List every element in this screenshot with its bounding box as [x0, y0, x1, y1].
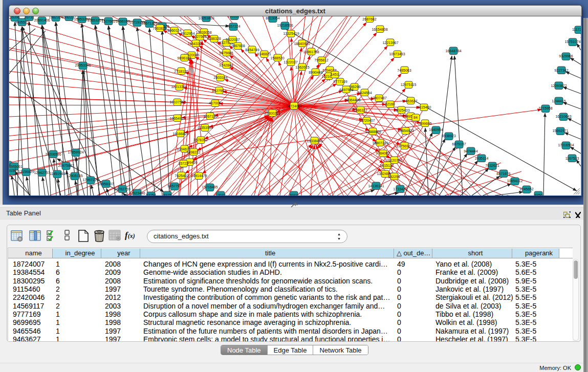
svg-text:29053346: 29053346	[75, 63, 91, 67]
svg-text:16782759: 16782759	[114, 187, 130, 191]
svg-text:2867608: 2867608	[231, 44, 245, 48]
svg-text:10107553: 10107553	[169, 100, 185, 104]
svg-text:9405571: 9405571	[15, 20, 29, 24]
svg-text:9474444: 9474444	[464, 149, 477, 153]
svg-text:9498222: 9498222	[186, 150, 200, 154]
svg-text:93754: 93754	[146, 193, 156, 195]
svg-text:3267130: 3267130	[203, 115, 217, 118]
svg-text:19756923: 19756923	[396, 144, 412, 148]
svg-text:9227342: 9227342	[554, 69, 568, 72]
svg-text:19338454: 19338454	[307, 139, 322, 143]
svg-text:12093872: 12093872	[551, 84, 567, 87]
svg-text:8454749: 8454749	[245, 48, 259, 52]
svg-text:7625402: 7625402	[175, 174, 188, 178]
svg-text:12032: 12032	[215, 193, 226, 195]
svg-text:1117263: 1117263	[572, 28, 581, 31]
svg-text:18807249: 18807249	[372, 141, 388, 145]
svg-text:10025433: 10025433	[394, 108, 409, 112]
svg-text:9350: 9350	[534, 193, 542, 195]
svg-text:10654112: 10654112	[507, 179, 523, 183]
svg-text:1167533: 1167533	[565, 157, 579, 160]
svg-text:7357224: 7357224	[226, 25, 240, 28]
svg-text:7485063: 7485063	[397, 69, 411, 72]
svg-text:19218506: 19218506	[277, 24, 293, 27]
svg-text:16210643: 16210643	[555, 115, 571, 118]
svg-text:9327505: 9327505	[192, 35, 206, 38]
svg-text:15751074: 15751074	[564, 40, 580, 43]
svg-text:6466160: 6466160	[116, 19, 129, 23]
svg-text:12905135: 12905135	[67, 174, 82, 178]
svg-text:3624554: 3624554	[358, 91, 372, 95]
svg-text:14914479: 14914479	[191, 174, 207, 178]
svg-text:8990448: 8990448	[309, 71, 322, 74]
svg-text:8186328: 8186328	[207, 37, 221, 40]
svg-text:5875685: 5875685	[219, 51, 233, 55]
svg-text:9457791: 9457791	[167, 184, 181, 188]
svg-text:25300203: 25300203	[264, 112, 280, 115]
svg-text:10053809: 10053809	[198, 16, 214, 20]
svg-text:9777169: 9777169	[333, 80, 347, 83]
svg-text:16154808: 16154808	[372, 28, 387, 31]
svg-text:9242848: 9242848	[219, 63, 233, 67]
svg-text:20206586: 20206586	[45, 152, 61, 156]
svg-text:19166829: 19166829	[172, 132, 188, 136]
svg-text:11353594: 11353594	[198, 126, 213, 129]
svg-text:0899695: 0899695	[418, 122, 431, 125]
svg-text:12923446: 12923446	[129, 191, 145, 195]
svg-text:8471676: 8471676	[496, 172, 510, 176]
svg-text:1451: 1451	[331, 73, 339, 76]
svg-text:1733426: 1733426	[393, 187, 407, 191]
svg-text:252254: 252254	[388, 175, 400, 179]
svg-text:10653267: 10653267	[87, 18, 103, 22]
svg-text:20364436: 20364436	[344, 98, 360, 102]
svg-text:14136141: 14136141	[368, 184, 384, 188]
svg-text:11451944: 11451944	[50, 172, 66, 176]
svg-text:16961758: 16961758	[303, 50, 319, 54]
svg-text:8813054: 8813054	[266, 16, 279, 20]
svg-text:15692971: 15692971	[552, 129, 568, 133]
svg-text:20691406: 20691406	[34, 18, 50, 22]
svg-text:417006: 417006	[209, 101, 221, 105]
svg-text:18724007: 18724007	[286, 104, 302, 108]
svg-text:8427552: 8427552	[212, 89, 226, 93]
svg-text:19654923: 19654923	[398, 129, 413, 133]
svg-text:2803144: 2803144	[213, 76, 227, 79]
svg-text:8938923: 8938923	[442, 134, 455, 138]
svg-text:1982314: 1982314	[49, 16, 62, 19]
svg-text:2687682: 2687682	[362, 17, 376, 21]
svg-text:3578352: 3578352	[193, 138, 207, 142]
svg-text:8960124: 8960124	[167, 29, 181, 32]
svg-text:12213369: 12213369	[171, 85, 187, 89]
svg-text:1588520: 1588520	[270, 56, 284, 60]
svg-text:62160: 62160	[385, 102, 395, 106]
svg-text:15716485: 15716485	[202, 185, 217, 189]
svg-text:1640954: 1640954	[429, 128, 443, 132]
svg-text:9146821: 9146821	[257, 52, 271, 56]
svg-text:10688609: 10688609	[365, 130, 381, 134]
svg-text:3215958: 3215958	[538, 106, 552, 110]
svg-text:9245652: 9245652	[519, 187, 533, 191]
svg-text:7986322: 7986322	[353, 108, 367, 112]
svg-text:9463627: 9463627	[403, 99, 417, 103]
svg-text:1322037: 1322037	[284, 60, 297, 64]
svg-text:17859924: 17859924	[68, 150, 83, 154]
svg-text:7632621: 7632621	[485, 164, 499, 167]
svg-text:7955812: 7955812	[314, 58, 328, 62]
svg-text:12942757: 12942757	[34, 171, 50, 174]
svg-text:7663822: 7663822	[153, 27, 166, 30]
svg-text:2718126: 2718126	[174, 70, 188, 73]
svg-text:12213967: 12213967	[382, 41, 398, 45]
svg-text:20975887: 20975887	[58, 164, 74, 167]
svg-text:10973493: 10973493	[389, 52, 405, 56]
svg-text:19654923: 19654923	[169, 117, 185, 120]
svg-text:13325419: 13325419	[283, 32, 299, 35]
svg-text:12156829: 12156829	[18, 170, 34, 173]
svg-text:6497568: 6497568	[339, 88, 353, 92]
svg-text:9115460: 9115460	[418, 105, 431, 109]
svg-text:18640910: 18640910	[294, 42, 310, 46]
svg-text:1903319: 1903319	[227, 16, 241, 18]
svg-text:20731: 20731	[24, 16, 34, 19]
svg-text:16543362: 16543362	[187, 42, 203, 46]
svg-text:5322037: 5322037	[226, 38, 239, 41]
svg-text:1244415: 1244415	[552, 99, 565, 103]
